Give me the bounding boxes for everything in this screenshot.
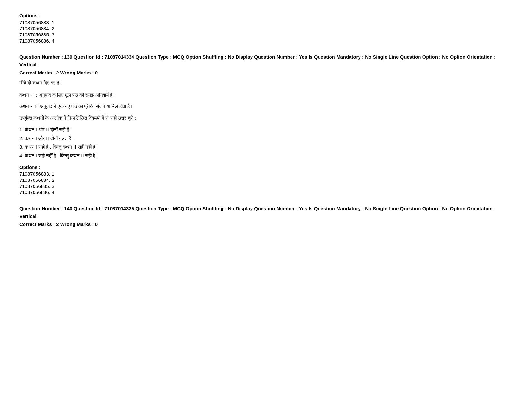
question-139-statement1: कथन - I : अनुवाद के लिए मूल पाठ की समझ अ…: [19, 91, 513, 99]
section1-option-2-id: 71087056834: [19, 26, 49, 31]
question-139-option-1: 71087056833. 1: [19, 171, 513, 177]
section1-option-4: 71087056836. 4: [19, 38, 513, 44]
section1-options-block: Options : 71087056833. 1 71087056834. 2 …: [19, 13, 513, 44]
question-139-option-4: 71087056836. 4: [19, 190, 513, 195]
question-139-numbered-option-4: 4. कथन I सही नहीं है , किन्तु कथन II सही…: [19, 151, 513, 160]
section1-option-2-num: 2: [52, 26, 54, 31]
question-139-instruction: उपर्युक्त कथनों के आलोक में निम्नलिखित व…: [19, 114, 513, 122]
question-139-options-label: Options :: [19, 164, 513, 170]
question-139-numbered-options: 1. कथन I और II दोनों सही हैं। 2. कथन I औ…: [19, 125, 513, 160]
question-139-statement2: कथन - II : अनुवाद में एक नए पाठ का प्रेर…: [19, 102, 513, 111]
question-139-marks: Correct Marks : 2 Wrong Marks : 0: [19, 70, 513, 75]
question-140-meta: Question Number : 140 Question Id : 7108…: [19, 205, 513, 220]
question-140-marks: Correct Marks : 2 Wrong Marks : 0: [19, 221, 513, 227]
question-139-option-3: 71087056835. 3: [19, 183, 513, 189]
question-139-meta: Question Number : 139 Question Id : 7108…: [19, 53, 513, 69]
section1-option-3-num: 3: [52, 32, 54, 37]
section1-options-label: Options :: [19, 13, 513, 18]
section1-option-1: 71087056833. 1: [19, 20, 513, 25]
question-139-numbered-option-3: 3. कथन I सही है , किन्तु कथन II सही नहीं…: [19, 142, 513, 151]
section1-option-1-id: 71087056833: [19, 20, 49, 25]
question-139-numbered-option-2: 2. कथन I और II दोनों गलत हैं।: [19, 134, 513, 142]
section1-option-4-num: 4: [52, 38, 54, 44]
section1-option-4-id: 71087056836: [19, 38, 49, 44]
section1-option-3: 71087056835. 3: [19, 32, 513, 37]
question-139-option-2: 71087056834. 2: [19, 177, 513, 183]
question-139-intro: नीचे दो कथन दिए गए हैं :: [19, 79, 513, 87]
question-139-numbered-option-1: 1. कथन I और II दोनों सही हैं।: [19, 125, 513, 134]
section1-option-3-id: 71087056835: [19, 32, 49, 37]
question-139-block: Question Number : 139 Question Id : 7108…: [19, 53, 513, 195]
section1-option-1-num: 1: [52, 20, 54, 25]
question-140-block: Question Number : 140 Question Id : 7108…: [19, 205, 513, 227]
section1-option-2: 71087056834. 2: [19, 26, 513, 31]
